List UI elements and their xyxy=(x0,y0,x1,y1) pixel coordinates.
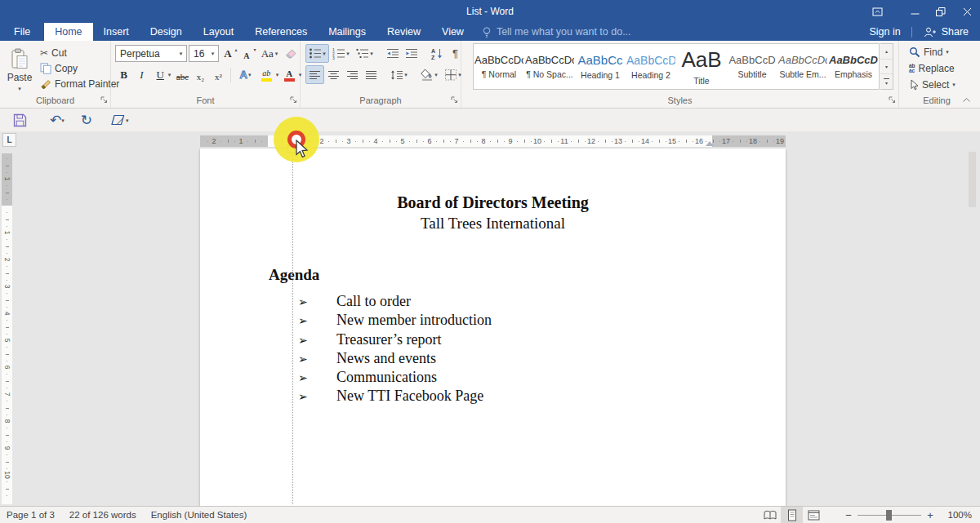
tab-design[interactable]: Design xyxy=(140,23,193,41)
subscript-button[interactable]: x₂ xyxy=(192,66,209,83)
vertical-scrollbar[interactable] xyxy=(969,152,976,207)
find-button[interactable]: Find ▾ xyxy=(906,44,958,60)
style-subtitle[interactable]: AaBbCcD Subtitle xyxy=(727,44,777,89)
decrease-indent-button[interactable] xyxy=(384,45,401,62)
zoom-out-button[interactable]: − xyxy=(841,509,856,521)
styles-scroll-up-button[interactable]: ▴ xyxy=(880,44,893,60)
web-layout-button[interactable] xyxy=(803,507,825,523)
sign-in-button[interactable]: Sign in xyxy=(858,26,911,38)
read-mode-button[interactable] xyxy=(759,507,781,523)
italic-button[interactable]: I xyxy=(133,66,150,83)
numbering-button[interactable]: 123 ▾ xyxy=(330,45,352,62)
select-dropdown[interactable]: ▾ xyxy=(952,82,956,87)
copy-button[interactable]: Copy xyxy=(38,60,122,76)
clipboard-dialog-launcher[interactable] xyxy=(100,96,108,104)
tab-references[interactable]: References xyxy=(244,23,318,41)
styles-dialog-launcher[interactable] xyxy=(889,96,896,104)
text-highlight-button[interactable]: ab ▾ xyxy=(257,66,279,83)
tell-me-box[interactable]: Tell me what you want to do... xyxy=(482,23,631,41)
text-effects-button[interactable]: A▾ xyxy=(234,66,256,83)
align-right-button[interactable] xyxy=(344,66,361,83)
horizontal-ruler[interactable]: 2112345678910111213141516171819 xyxy=(0,135,980,147)
select-button[interactable]: Select ▾ xyxy=(906,77,958,92)
clear-formatting-button[interactable] xyxy=(282,45,299,62)
tab-view[interactable]: View xyxy=(431,23,474,41)
justify-button[interactable] xyxy=(363,66,380,83)
styles-gallery: AaBbCcDc ¶ Normal AaBbCcDc ¶ No Spac... … xyxy=(473,43,880,90)
shrink-font-button[interactable]: A▾ xyxy=(239,45,256,62)
print-layout-button[interactable] xyxy=(781,507,803,523)
ruler-mark xyxy=(336,140,336,143)
draw-shape-button[interactable]: ▾ xyxy=(107,110,132,130)
increase-indent-button[interactable] xyxy=(403,45,420,62)
font-row-1: Perpetua ▾ 16 ▾ A▴ A▾ Aa▾ xyxy=(115,45,299,62)
tab-file[interactable]: File xyxy=(0,23,44,41)
close-button[interactable] xyxy=(954,0,980,23)
style-heading-2[interactable]: AaBbCcD Heading 2 xyxy=(626,44,676,89)
vertical-ruler[interactable]: 112345678910 xyxy=(2,153,12,504)
share-button[interactable]: Share xyxy=(912,26,980,38)
style-heading-1[interactable]: AaBbCc Heading 1 xyxy=(575,44,626,89)
ruler-mark xyxy=(686,140,687,143)
style-emphasis[interactable]: AaBbCcDc Emphasis xyxy=(828,44,879,89)
tab-layout[interactable]: Layout xyxy=(193,23,245,41)
find-dropdown[interactable]: ▾ xyxy=(946,49,949,55)
save-button[interactable] xyxy=(10,110,30,130)
font-size-dropdown[interactable]: ▾ xyxy=(207,46,218,61)
font-name-combo[interactable]: Perpetua ▾ xyxy=(115,45,187,62)
minimize-button[interactable] xyxy=(902,0,928,23)
change-case-button[interactable]: Aa▾ xyxy=(258,45,280,62)
superscript-button[interactable]: x² xyxy=(210,66,227,83)
grow-font-button[interactable]: A▴ xyxy=(220,45,238,62)
word-count[interactable]: 22 of 126 words xyxy=(69,510,136,520)
zoom-slider-thumb[interactable] xyxy=(886,510,892,521)
tab-review[interactable]: Review xyxy=(376,23,431,41)
borders-button[interactable]: ▾ xyxy=(442,66,464,83)
tab-mailings[interactable]: Mailings xyxy=(318,23,376,41)
style-normal[interactable]: AaBbCcDc ¶ Normal xyxy=(474,44,524,89)
style-title[interactable]: AaB Title xyxy=(676,44,727,89)
cut-button[interactable]: ✂ Cut xyxy=(38,45,122,60)
dialog-launcher-icon xyxy=(290,96,297,104)
shading-button[interactable]: ▾ xyxy=(418,66,440,83)
bold-button[interactable]: B xyxy=(115,66,132,83)
tab-home[interactable]: Home xyxy=(44,23,92,41)
multilevel-list-button[interactable]: ▾ xyxy=(354,45,376,62)
underline-button[interactable]: U▾ xyxy=(151,66,173,83)
ruler-mark xyxy=(6,193,9,193)
collapse-ribbon-button[interactable] xyxy=(962,97,971,103)
font-name-dropdown[interactable]: ▾ xyxy=(176,46,186,61)
replace-button[interactable]: ab ac Replace xyxy=(906,60,958,76)
ribbon-display-options-button[interactable] xyxy=(864,0,890,23)
font-size-combo[interactable]: 16 ▾ xyxy=(189,45,219,62)
page-indicator[interactable]: Page 1 of 3 xyxy=(7,510,55,520)
sort-button[interactable]: AZ xyxy=(428,45,445,62)
font-dialog-launcher[interactable] xyxy=(290,96,297,104)
align-left-button[interactable] xyxy=(306,66,323,83)
tab-insert[interactable]: Insert xyxy=(93,23,140,41)
zoom-level[interactable]: 100% xyxy=(938,510,972,520)
line-spacing-button[interactable]: ▾ xyxy=(388,66,410,83)
redo-button[interactable]: ↻ xyxy=(78,110,96,130)
styles-gallery-more-button[interactable]: ▾ xyxy=(880,74,893,89)
style-subtle-emphasis[interactable]: AaBbCcDc Subtle Em... xyxy=(777,44,828,89)
right-indent-marker[interactable] xyxy=(706,141,714,146)
font-color-button[interactable]: A ▾ xyxy=(280,66,302,83)
language-indicator[interactable]: English (United States) xyxy=(151,510,247,520)
zoom-slider[interactable] xyxy=(858,515,921,516)
paste-dropdown[interactable]: ▾ xyxy=(18,86,21,91)
ruler-mark xyxy=(524,140,525,143)
undo-button[interactable]: ↶ ▾ xyxy=(47,110,68,130)
zoom-in-button[interactable]: + xyxy=(923,509,938,521)
style-no-spacing[interactable]: AaBbCcDc ¶ No Spac... xyxy=(524,44,575,89)
draw-shape-dropdown[interactable]: ▾ xyxy=(126,117,129,123)
document-page[interactable]: Board of Directors Meeting Tall Trees In… xyxy=(200,148,786,506)
styles-scroll-down-button[interactable]: ▾ xyxy=(880,60,893,75)
bullets-button[interactable]: ▾ xyxy=(306,45,328,62)
align-center-button[interactable] xyxy=(325,66,342,83)
paragraph-dialog-launcher[interactable] xyxy=(451,96,458,104)
format-painter-button[interactable]: Format Painter xyxy=(38,76,122,91)
strikethrough-button[interactable]: abc xyxy=(174,66,191,83)
restore-button[interactable] xyxy=(928,0,954,23)
undo-dropdown[interactable]: ▾ xyxy=(61,117,65,123)
